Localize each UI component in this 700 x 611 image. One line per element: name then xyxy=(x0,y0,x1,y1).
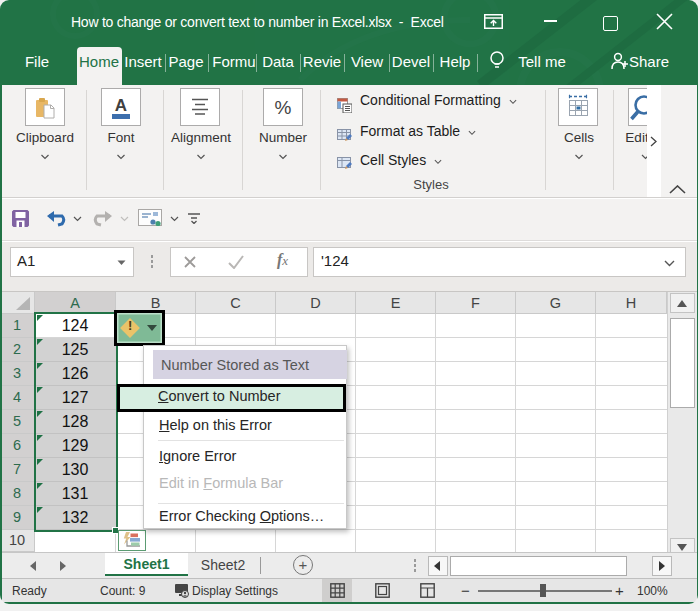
svg-text:A: A xyxy=(115,96,127,115)
